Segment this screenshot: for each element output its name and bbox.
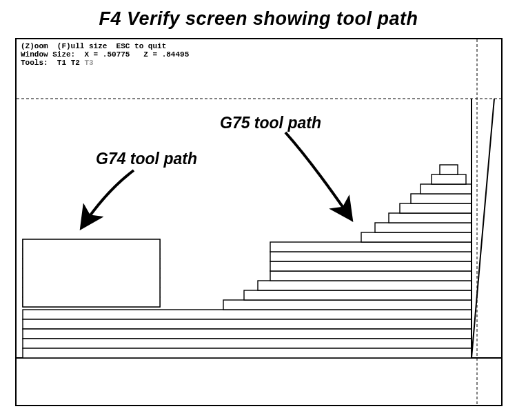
svg-rect-3 [23, 339, 472, 348]
svg-rect-17 [270, 261, 472, 271]
svg-rect-25 [420, 184, 472, 194]
g74-block [23, 239, 160, 307]
svg-rect-13 [223, 300, 472, 310]
g75-steps [223, 165, 472, 310]
toolpath-canvas [17, 39, 501, 405]
svg-rect-16 [270, 271, 472, 281]
svg-rect-1 [23, 319, 472, 329]
long-bars [23, 310, 472, 358]
label-g74: G74 tool path [96, 150, 197, 168]
svg-rect-20 [361, 232, 472, 242]
page-title: F4 Verify screen showing tool path [0, 0, 517, 30]
svg-rect-12 [23, 239, 160, 307]
label-g75: G75 tool path [220, 114, 321, 132]
verify-frame: (Z)oom (F)ull size ESC to quit Window Si… [15, 38, 503, 406]
svg-rect-18 [270, 252, 472, 261]
svg-rect-22 [389, 213, 472, 223]
svg-rect-27 [440, 165, 458, 174]
svg-rect-4 [23, 348, 472, 358]
svg-rect-23 [400, 203, 472, 213]
arrow-g74 [82, 170, 134, 227]
svg-rect-24 [411, 194, 472, 203]
svg-rect-14 [244, 290, 472, 300]
svg-rect-0 [23, 310, 472, 319]
svg-rect-26 [432, 174, 466, 184]
svg-rect-2 [23, 329, 472, 339]
svg-rect-19 [270, 242, 472, 252]
right-taper [472, 99, 494, 358]
svg-rect-15 [258, 281, 472, 290]
svg-rect-21 [375, 223, 472, 232]
arrow-g75 [285, 132, 351, 219]
